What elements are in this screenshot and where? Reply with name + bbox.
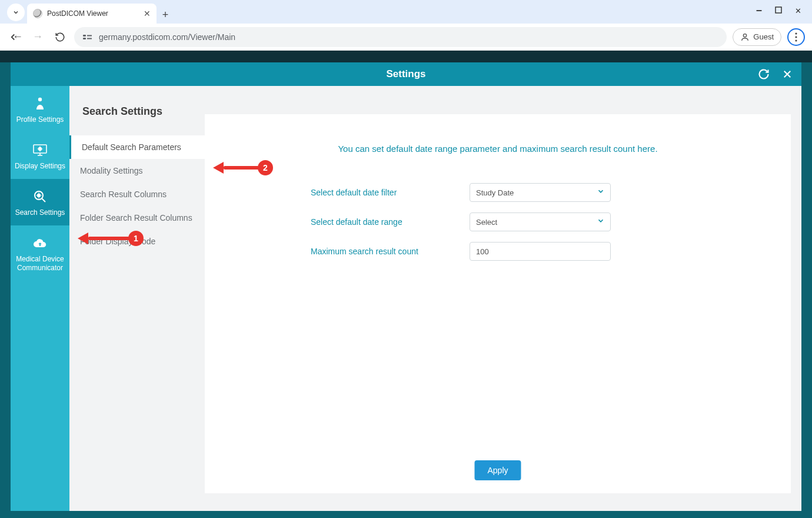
maximize-icon[interactable]	[775, 6, 782, 19]
settings-panel: You can set default date range parameter…	[205, 114, 791, 493]
modal-titlebar: Settings	[11, 62, 801, 86]
profile-button[interactable]: Guest	[733, 28, 781, 46]
person-icon	[14, 95, 66, 112]
rail-search-settings[interactable]: Search Settings	[11, 179, 69, 225]
select-value: Select	[476, 218, 497, 227]
svg-rect-2	[83, 35, 86, 36]
rail-medical-device[interactable]: Medical Device Communicator	[11, 225, 69, 281]
svg-point-8	[795, 36, 797, 38]
site-settings-icon[interactable]	[82, 33, 93, 41]
window-controls: – ✕	[756, 6, 812, 24]
rail-display-settings[interactable]: Display Settings	[11, 132, 69, 179]
select-value: Study Date	[476, 188, 514, 197]
svg-point-12	[38, 98, 42, 101]
settings-content: You can set default date range parameter…	[205, 86, 801, 511]
forward-button: →	[29, 29, 46, 45]
rail-label: Search Settings	[14, 208, 66, 217]
browser-tab-strip: PostDICOM Viewer ✕ + – ✕	[0, 0, 812, 24]
close-icon[interactable]	[779, 66, 796, 82]
profile-label: Guest	[753, 32, 774, 41]
rail-label: Profile Settings	[14, 115, 66, 124]
new-tab-button[interactable]: +	[157, 9, 174, 24]
search-gear-icon	[14, 188, 66, 205]
modal-title: Settings	[11, 68, 801, 80]
browser-toolbar: ← → germany.postdicom.com/Viewer/Main Gu…	[0, 24, 812, 51]
select-default-date-range[interactable]: Select	[470, 212, 611, 231]
rail-label: Display Settings	[14, 162, 66, 171]
svg-rect-3	[83, 38, 86, 39]
annotation-arrow-2: 2	[213, 160, 273, 175]
tab-close-icon[interactable]: ✕	[144, 9, 151, 18]
monitor-gear-icon	[14, 142, 66, 158]
settings-modal: Settings Profile Settings Displa	[11, 62, 801, 511]
tab-search-chevron[interactable]	[7, 4, 25, 21]
label-default-date-filter: Select default date filter	[311, 188, 446, 197]
url-text: germany.postdicom.com/Viewer/Main	[99, 32, 235, 42]
annotation-badge-1: 1	[128, 231, 144, 246]
back-button[interactable]: ←	[7, 29, 24, 45]
info-text: You can set default date range parameter…	[205, 144, 791, 154]
subnav-default-search-params[interactable]: Default Search Parameters	[69, 135, 205, 159]
subnav-label: Modality Settings	[80, 166, 143, 175]
subnav-label: Folder Search Result Columns	[80, 213, 192, 223]
subnav-label: Default Search Parameters	[82, 142, 181, 152]
browser-tab[interactable]: PostDICOM Viewer ✕	[27, 4, 157, 24]
subnav-search-result-columns[interactable]: Search Result Columns	[69, 182, 205, 206]
svg-point-6	[744, 34, 747, 36]
svg-line-22	[42, 199, 46, 202]
settings-subnav: Search Settings Default Search Parameter…	[69, 86, 205, 511]
close-window-icon[interactable]: ✕	[795, 6, 801, 19]
rail-profile-settings[interactable]: Profile Settings	[11, 86, 69, 132]
subnav-modality-settings[interactable]: Modality Settings	[69, 159, 205, 182]
subnav-label: Search Result Columns	[80, 190, 167, 199]
browser-menu-button[interactable]	[787, 28, 805, 46]
subnav-heading: Search Settings	[69, 97, 205, 135]
label-max-result-count: Maximum search result count	[311, 247, 446, 256]
subnav-folder-search-result-columns[interactable]: Folder Search Result Columns	[69, 206, 205, 230]
input-max-result-count-field[interactable]	[476, 247, 604, 256]
svg-point-16	[39, 148, 42, 151]
tab-title: PostDICOM Viewer	[47, 9, 108, 18]
cloud-icon	[14, 235, 66, 251]
refresh-icon[interactable]	[756, 66, 772, 82]
settings-rail: Profile Settings Display Settings Search…	[11, 86, 69, 511]
select-default-date-filter[interactable]: Study Date	[470, 183, 611, 202]
rail-label: Medical Device Communicator	[14, 255, 66, 273]
minimize-icon[interactable]: –	[756, 4, 762, 16]
input-max-result-count[interactable]	[470, 242, 611, 261]
annotation-arrow-1: 1	[78, 231, 144, 246]
favicon-icon	[33, 9, 42, 18]
reload-button[interactable]	[52, 29, 68, 45]
svg-point-23	[38, 194, 40, 197]
label-default-date-range: Select default date range	[311, 217, 446, 227]
annotation-badge-2: 2	[258, 160, 273, 175]
apply-button[interactable]: Apply	[474, 460, 521, 480]
svg-point-7	[795, 32, 797, 34]
address-bar[interactable]: germany.postdicom.com/Viewer/Main	[74, 27, 727, 47]
svg-rect-0	[776, 7, 781, 13]
svg-point-9	[795, 39, 797, 41]
